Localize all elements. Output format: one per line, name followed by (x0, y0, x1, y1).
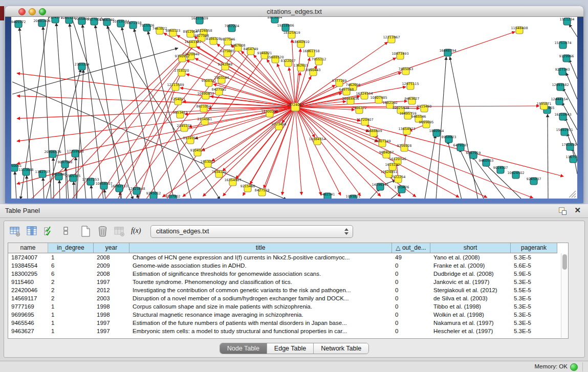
table-cell[interactable]: 1 (48, 253, 94, 261)
column-visibility-checklist-button[interactable] (42, 224, 56, 238)
table-cell[interactable]: 6 (48, 270, 94, 278)
table-cell[interactable]: 5.3E-5 (511, 294, 557, 302)
delete-table-button[interactable] (96, 224, 110, 238)
table-cell[interactable]: Tibbo et al. (1998) (430, 302, 511, 311)
table-cell[interactable]: 1998 (94, 311, 129, 319)
table-cell[interactable]: 9115460 (8, 278, 48, 286)
table-row[interactable]: 977716911998Corpus callosum shape and si… (8, 302, 557, 311)
table-cell[interactable]: Wolkin et al. (1998) (430, 311, 511, 319)
table-row[interactable]: 1456911722003Disruption of a novel membe… (8, 294, 557, 302)
table-cell[interactable]: 9465546 (8, 319, 48, 327)
table-cell[interactable]: 1997 (94, 319, 129, 327)
network-canvas[interactable]: 9405572206914069124575106532879155494152… (11, 17, 577, 199)
table-cell[interactable]: 2 (48, 294, 94, 302)
table-cell[interactable]: Franke et al. (2009) (430, 261, 511, 270)
table-cell[interactable]: 2 (48, 286, 94, 294)
table-cell[interactable]: 5.3E-5 (511, 253, 557, 261)
table-cell[interactable]: 2008 (94, 270, 129, 278)
table-cell[interactable]: 0 (392, 286, 430, 294)
table-row[interactable]: 2242004622012Investigating the contribut… (8, 286, 557, 294)
table-cell[interactable]: Estimation of significance thresholds fo… (129, 270, 392, 278)
table-cell[interactable]: 1998 (94, 302, 129, 311)
table-cell[interactable]: Disruption of a novel member of a sodium… (129, 294, 392, 302)
float-panel-icon[interactable] (558, 207, 567, 215)
table-cell[interactable]: 1 (48, 319, 94, 327)
close-panel-icon[interactable]: ✕ (574, 206, 581, 215)
table-cell[interactable]: Nakamura et al. (1997) (430, 319, 511, 327)
table-cell[interactable]: 2008 (94, 253, 129, 261)
table-cell[interactable]: 18300295 (8, 270, 48, 278)
table-cell[interactable]: 2009 (94, 261, 129, 270)
table-cell[interactable]: 5.9E-5 (511, 270, 557, 278)
table-cell[interactable]: 0 (392, 311, 430, 319)
column-header-name[interactable]: name (8, 243, 48, 253)
table-settings-button[interactable] (8, 224, 23, 238)
table-row[interactable]: 1938455462009Genome-wide association stu… (8, 261, 557, 270)
table-cell[interactable]: Jankovic et al. (1997) (430, 278, 511, 286)
table-cell[interactable]: 1 (48, 302, 94, 311)
table-select-dropdown[interactable]: citations_edges.txt (150, 225, 353, 238)
select-column-button[interactable] (25, 224, 39, 238)
table-cell[interactable]: Stergiakouli et al. (2012) (430, 286, 511, 294)
column-header-in_degree[interactable]: in_degree (48, 243, 94, 253)
table-cell[interactable]: Hescheler et al. (1997) (430, 327, 511, 335)
table-cell[interactable]: 5.3E-5 (511, 327, 557, 335)
table-row[interactable]: 1830029562008Estimation of significance … (8, 270, 557, 278)
table-cell[interactable]: Changes of HCN gene expression and I(f) … (129, 253, 392, 261)
memory-ok-indicator[interactable] (570, 363, 578, 371)
table-row[interactable]: 946362711997Embryonic stem cells: a mode… (8, 327, 557, 335)
table-cell[interactable]: Estimation of the future numbers of pati… (129, 319, 392, 327)
table-cell[interactable]: 22420046 (8, 286, 48, 294)
table-cell[interactable]: 0 (392, 270, 430, 278)
table-cell[interactable]: 5.6E-5 (511, 261, 557, 270)
table-cell[interactable]: 5.5E-5 (511, 286, 557, 294)
tab-edge-table[interactable]: Edge Table (267, 343, 314, 354)
table-cell[interactable]: 9463627 (8, 327, 48, 335)
table-row[interactable]: 946554611997Estimation of the future num… (8, 319, 557, 327)
table-cell[interactable]: 0 (392, 327, 430, 335)
tab-node-table[interactable]: Node Table (220, 343, 267, 354)
table-cell[interactable]: Yano et al. (2008) (430, 253, 511, 261)
table-cell[interactable]: 9777169 (8, 302, 48, 311)
table-cell[interactable]: 14569117 (8, 294, 48, 302)
table-cell[interactable]: Tourette syndrome. Phenomenology and cla… (129, 278, 392, 286)
tab-network-table[interactable]: Network Table (314, 343, 368, 354)
table-cell[interactable]: Corpus callosum shape and size in male p… (129, 302, 392, 311)
table-cell[interactable]: 1997 (94, 327, 129, 335)
table-cell[interactable]: Dudbridge et al. (2008) (430, 270, 511, 278)
table-cell[interactable]: 0 (392, 294, 430, 302)
table-cell[interactable]: 5.3E-5 (511, 278, 557, 286)
table-row[interactable]: 911546021997Tourette syndrome. Phenomeno… (8, 278, 557, 286)
network-window-titlebar[interactable]: citations_edges.txt (5, 6, 583, 17)
column-header-pagerank[interactable]: pagerank (511, 243, 557, 253)
import-table-button-disabled[interactable] (113, 224, 127, 238)
column-header-short[interactable]: short (430, 243, 511, 253)
table-cell[interactable]: 49 (392, 253, 430, 261)
table-cell[interactable]: de Silva et al. (2003) (430, 294, 511, 302)
table-cell[interactable]: 0 (392, 261, 430, 270)
table-cell[interactable]: 5.3E-5 (511, 319, 557, 327)
table-cell[interactable]: 1997 (94, 278, 129, 286)
table-cell[interactable]: 6 (48, 261, 94, 270)
column-header-out_de[interactable]: △ out_de... (392, 243, 430, 253)
function-builder-button[interactable]: f(x) (131, 224, 145, 241)
table-cell[interactable]: 5.3E-5 (511, 302, 557, 311)
table-cell[interactable]: 1 (48, 327, 94, 335)
table-cell[interactable]: Genome-wide association studies in ADHD. (129, 261, 392, 270)
table-cell[interactable]: 0 (392, 278, 430, 286)
table-row[interactable]: 1872400712008Changes of HCN gene express… (8, 253, 557, 261)
table-cell[interactable]: 0 (392, 302, 430, 311)
table-cell[interactable]: 5.3E-5 (511, 311, 557, 319)
table-cell[interactable]: 9699695 (8, 311, 48, 319)
table-cell[interactable]: 18724007 (8, 253, 48, 261)
table-row[interactable]: 969969511998Structural magnetic resonanc… (8, 311, 557, 319)
table-cell[interactable]: Structural magnetic resonance image aver… (129, 311, 392, 319)
table-cell[interactable]: Investigating the contribution of common… (129, 286, 392, 294)
table-cell[interactable]: 2003 (94, 294, 129, 302)
column-header-title[interactable]: title (129, 243, 392, 253)
scrollbar-thumb[interactable] (562, 254, 567, 270)
table-cell[interactable]: 0 (392, 319, 430, 327)
table-cell[interactable]: 19384554 (8, 261, 48, 270)
table-cell[interactable]: 2 (48, 278, 94, 286)
canvas-resize-grip[interactable] (569, 191, 576, 198)
